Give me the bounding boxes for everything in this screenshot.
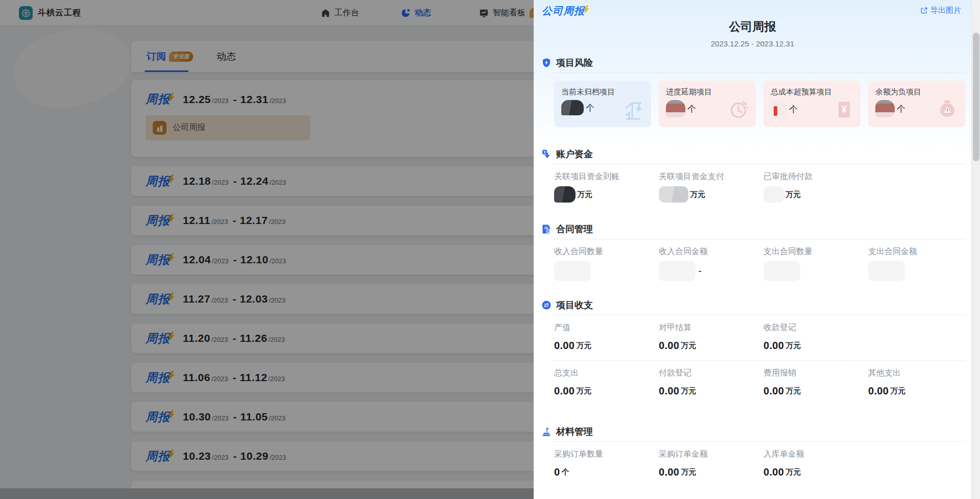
stat-label: 付款登记 bbox=[659, 368, 763, 378]
modal-dim-overlay[interactable] bbox=[0, 0, 534, 499]
stat-cell: 采购订单金额0.00万元 bbox=[659, 449, 763, 481]
stat-cell: 支出合同数量 bbox=[763, 246, 868, 281]
crane-icon bbox=[622, 98, 645, 123]
stat-label: 总支出 bbox=[554, 368, 659, 378]
stat-cell: 费用报销0.00万元 bbox=[763, 368, 868, 400]
stat-number: 0.00 bbox=[763, 340, 784, 352]
risk-card-unit: 个 bbox=[586, 102, 594, 114]
stat-label: 关联项目资金支付 bbox=[659, 171, 763, 181]
stat-number: 0.00 bbox=[763, 466, 784, 478]
stat-cell: 其他支出0.00万元 bbox=[868, 368, 971, 400]
risk-card: 余额为负项目个 bbox=[868, 81, 965, 127]
stat-value: 0.00万元 bbox=[659, 463, 763, 481]
scrollbar-track[interactable] bbox=[971, 0, 980, 499]
stat-unit: 个 bbox=[561, 467, 569, 477]
stat-label: 入库单金额 bbox=[763, 449, 868, 459]
redacted-value-blob bbox=[666, 100, 685, 117]
redacted-value-blob bbox=[554, 261, 591, 281]
section-title: 材料管理 bbox=[556, 426, 593, 437]
bolt-icon bbox=[583, 5, 589, 14]
company-weekly-report-drawer: 公司周报 导出图片 公司周报 2023.12.25 - 2023.12.31 bbox=[534, 0, 971, 499]
stat-value: 0个 bbox=[554, 463, 659, 481]
stat-value: 万元 bbox=[659, 186, 763, 203]
row-divider bbox=[554, 360, 965, 361]
company-report-brand: 公司周报 bbox=[542, 4, 589, 18]
stat-unit: 万元 bbox=[681, 341, 696, 351]
stat-unit: 万元 bbox=[576, 341, 591, 351]
stat-value: 0.00万元 bbox=[554, 382, 659, 400]
export-image-button[interactable]: 导出图片 bbox=[920, 6, 961, 15]
redacted-value-blob bbox=[554, 186, 576, 203]
stat-value: 0.00万元 bbox=[659, 382, 763, 400]
redacted-value-blob bbox=[659, 261, 696, 281]
stat-value bbox=[763, 261, 868, 281]
stat-value: 万元 bbox=[554, 186, 659, 203]
stat-cell: 采购订单数量0个 bbox=[554, 449, 659, 481]
stat-label: 支出合同数量 bbox=[763, 246, 868, 256]
section-material-management: 材料管理 采购订单数量0个采购订单金额0.00万元入库单金额0.00万元 bbox=[534, 426, 971, 481]
report-date-range: 2023.12.25 - 2023.12.31 bbox=[534, 40, 971, 48]
stat-cell: 收入合同金额- bbox=[659, 246, 763, 281]
redacted-value-blob bbox=[659, 186, 688, 203]
stat-value: - bbox=[659, 261, 763, 281]
redacted-value-blob bbox=[561, 100, 584, 115]
section-divider bbox=[554, 239, 965, 239]
stat-value: 0.00万元 bbox=[763, 382, 868, 400]
stat-label: 产值 bbox=[554, 322, 659, 332]
stat-unit: 万元 bbox=[576, 386, 591, 396]
stat-unit: 万元 bbox=[681, 386, 696, 396]
clock-icon bbox=[727, 98, 750, 123]
expense-stats: 总支出0.00万元付款登记0.00万元费用报销0.00万元其他支出0.00万元 bbox=[554, 368, 971, 400]
export-icon bbox=[920, 7, 928, 14]
stat-cell: 关联项目资金支付万元 bbox=[659, 171, 763, 203]
materials-icon bbox=[541, 427, 552, 437]
section-title: 项目风险 bbox=[556, 57, 593, 68]
risk-card-label: 总成本超预算项目 bbox=[771, 87, 861, 97]
stat-number: 0.00 bbox=[763, 385, 784, 397]
contract-icon bbox=[541, 224, 552, 234]
funds-stats: 关联项目资金到账万元关联项目资金支付万元已审批待付款万元 bbox=[554, 171, 971, 203]
redacted-value-blob bbox=[771, 100, 787, 118]
section-divider bbox=[554, 441, 965, 442]
stat-unit: 万元 bbox=[785, 386, 801, 396]
stat-label: 关联项目资金到账 bbox=[554, 171, 659, 181]
stat-unit: 万元 bbox=[785, 341, 801, 351]
stat-value: 0.00万元 bbox=[763, 337, 868, 354]
stat-label: 采购订单金额 bbox=[659, 449, 763, 459]
stat-cell: 已审批待付款万元 bbox=[763, 171, 868, 203]
stat-number: 0.00 bbox=[554, 340, 575, 352]
risk-card-unit: 个 bbox=[897, 103, 905, 115]
stat-number: 0 bbox=[554, 466, 560, 478]
scrollbar-thumb[interactable] bbox=[973, 33, 979, 161]
report-title: 公司周报 bbox=[534, 19, 971, 34]
stat-unit: 万元 bbox=[681, 467, 696, 477]
exchange-icon bbox=[541, 300, 552, 310]
stat-value: 0.00万元 bbox=[763, 463, 868, 481]
app-window: 斗栱云工程 工作台 动态 智能看板 专业版 bbox=[0, 0, 980, 499]
stat-unit: 万元 bbox=[785, 190, 801, 199]
stat-label: 支出合同金额 bbox=[868, 246, 971, 256]
section-title: 项目收支 bbox=[556, 300, 593, 311]
section-title: 合同管理 bbox=[556, 223, 593, 235]
section-project-risk: 项目风险 当前未归档项目个进度延期项目个总成本超预算项目个余额为负项目个 bbox=[534, 57, 971, 127]
risk-card-grid: 当前未归档项目个进度延期项目个总成本超预算项目个余额为负项目个 bbox=[554, 81, 971, 127]
stat-label: 收款登记 bbox=[763, 322, 868, 332]
stat-label: 收入合同金额 bbox=[659, 246, 763, 256]
shield-icon bbox=[541, 58, 552, 68]
risk-card: 总成本超预算项目个 bbox=[763, 81, 861, 127]
income-stats: 产值0.00万元对甲结算0.00万元收款登记0.00万元 bbox=[554, 322, 971, 354]
contract-stats: 收入合同数量收入合同金额-支出合同数量支出合同金额 bbox=[554, 246, 971, 281]
stat-cell: 收入合同数量 bbox=[554, 246, 659, 281]
section-contract-management: 合同管理 收入合同数量收入合同金额-支出合同数量支出合同金额 bbox=[534, 223, 971, 281]
yuan-doc-icon bbox=[834, 98, 854, 123]
stat-number: 0.00 bbox=[659, 385, 679, 397]
risk-card-unit: 个 bbox=[789, 104, 798, 115]
section-project-income-expense: 项目收支 产值0.00万元对甲结算0.00万元收款登记0.00万元 总支出0.0… bbox=[534, 300, 971, 400]
risk-card: 当前未归档项目个 bbox=[554, 81, 651, 127]
stat-cell: 入库单金额0.00万元 bbox=[763, 449, 868, 481]
redacted-value-blob bbox=[763, 186, 784, 203]
risk-card-label: 当前未归档项目 bbox=[561, 87, 651, 97]
stat-cell: 收款登记0.00万元 bbox=[763, 322, 868, 354]
stat-cell: 产值0.00万元 bbox=[554, 322, 659, 354]
risk-card-label: 进度延期项目 bbox=[666, 87, 756, 97]
